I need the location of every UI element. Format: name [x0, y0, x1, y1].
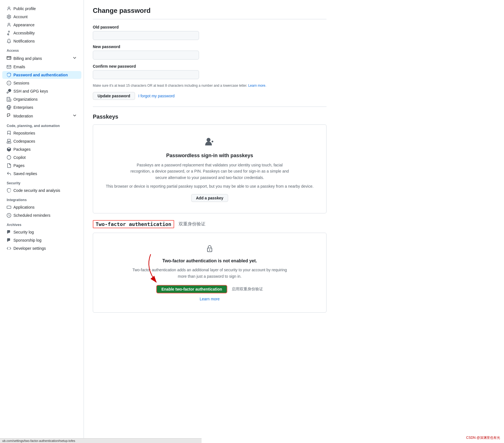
svg-point-1 [211, 140, 214, 143]
copilot-icon [7, 155, 11, 160]
sidebar-item-security-log[interactable]: Security log [2, 228, 81, 236]
sidebar-item-applications[interactable]: Applications [2, 203, 81, 211]
learn-more-link[interactable]: Learn more. [248, 84, 266, 88]
sidebar-item-label: Moderation [13, 114, 33, 118]
security-section-label: Security [0, 178, 84, 186]
tfa-card-title: Two-factor authentication is not enabled… [100, 258, 320, 263]
old-password-input[interactable] [93, 31, 199, 40]
tfa-chinese-label: 双重身份验证 [179, 221, 205, 227]
sidebar-item-moderation[interactable]: Moderation [2, 112, 81, 120]
bell-icon [7, 39, 11, 43]
svg-point-3 [209, 249, 210, 251]
sidebar-item-notifications[interactable]: Notifications [2, 37, 81, 45]
passkeys-title: Passkeys [93, 114, 326, 120]
chevron-down-icon [72, 113, 77, 119]
sidebar-item-label: Developer settings [13, 246, 46, 251]
confirm-password-group: Confirm new password [93, 64, 326, 79]
sidebar-item-label: Packages [13, 147, 30, 152]
sidebar-item-label: Repositories [13, 131, 35, 135]
mail-icon [7, 65, 11, 69]
new-password-input[interactable] [93, 51, 199, 60]
sidebar-item-label: Enterprises [13, 105, 33, 110]
svg-point-0 [207, 138, 210, 142]
sidebar-item-label: Scheduled reminders [13, 213, 50, 218]
accessibility-icon [7, 31, 11, 35]
sidebar-item-label: Pages [13, 163, 25, 168]
sidebar-item-accessibility[interactable]: Accessibility [2, 29, 81, 37]
passkeys-card: Passwordless sign-in with passkeys Passk… [93, 124, 326, 213]
sidebar-item-scheduled-reminders[interactable]: Scheduled reminders [2, 211, 81, 219]
log2-icon [7, 238, 11, 242]
sidebar-item-code-security[interactable]: Code security and analysis [2, 187, 81, 194]
sidebar-item-enterprises[interactable]: Enterprises [2, 103, 81, 111]
passkeys-card-notice: This browser or device is reporting part… [100, 184, 320, 188]
sidebar-item-developer-settings[interactable]: Developer settings [2, 244, 81, 252]
shield-icon [7, 188, 11, 193]
person-icon [7, 6, 11, 11]
sidebar-item-label: Saved replies [13, 171, 37, 176]
sidebar-item-ssh-gpg[interactable]: SSH and GPG keys [2, 87, 81, 95]
sidebar-item-label: Organizations [13, 97, 37, 102]
tfa-actions: Enable two-factor authentication 启用双重身份验… [156, 285, 263, 293]
add-passkey-button[interactable]: Add a passkey [191, 194, 228, 202]
radio-icon [7, 81, 11, 85]
sidebar-item-appearance[interactable]: Appearance [2, 21, 81, 29]
tfa-card: Two-factor authentication is not enabled… [93, 233, 326, 313]
sidebar-item-copilot[interactable]: Copilot [2, 154, 81, 161]
sidebar-item-label: Appearance [13, 23, 35, 27]
old-password-group: Old password [93, 25, 326, 40]
password-hint: Make sure it's at least 15 characters OR… [93, 84, 326, 88]
sidebar-item-public-profile[interactable]: Public profile [2, 5, 81, 13]
archives-section-label: Archives [0, 220, 84, 228]
sidebar-item-account[interactable]: Account [2, 13, 81, 21]
passkeys-card-desc: Passkeys are a password replacement that… [129, 162, 291, 181]
sidebar-item-sponsorship-log[interactable]: Sponsorship log [2, 236, 81, 244]
sidebar-item-organizations[interactable]: Organizations [2, 95, 81, 103]
old-password-label: Old password [93, 25, 326, 29]
credit-card-icon [7, 56, 11, 61]
access-section-label: Access [0, 45, 84, 54]
sidebar-item-packages[interactable]: Packages [2, 145, 81, 153]
main-content: Change password Old password New passwor… [84, 0, 335, 443]
sidebar-item-label: Password and authentication [13, 73, 68, 77]
tfa-card-desc: Two-factor authentication adds an additi… [131, 267, 288, 279]
sidebar-item-label: Applications [13, 205, 35, 209]
sidebar-item-label: Public profile [13, 6, 36, 11]
comment-icon [7, 113, 11, 119]
sidebar-item-label: Security log [13, 230, 34, 234]
sidebar-item-codespaces[interactable]: Codespaces [2, 137, 81, 145]
key-icon [7, 89, 11, 93]
sidebar-item-label: Accessibility [13, 31, 35, 35]
sidebar-item-repositories[interactable]: Repositories [2, 129, 81, 137]
sidebar-item-emails[interactable]: Emails [2, 63, 81, 71]
tfa-learn-more-link[interactable]: Learn more [200, 297, 220, 301]
sidebar-item-label: Sponsorship log [13, 238, 41, 242]
update-password-button[interactable]: Update password [93, 92, 135, 100]
codespaces-icon [7, 139, 11, 143]
sidebar-item-saved-replies[interactable]: Saved replies [2, 170, 81, 178]
passkeys-icon [100, 136, 320, 149]
repo-icon [7, 131, 11, 135]
new-password-label: New password [93, 44, 326, 49]
pages-icon [7, 163, 11, 168]
sidebar-item-label: Copilot [13, 155, 26, 160]
tfa-enable-chinese: 启用双重身份验证 [232, 287, 263, 292]
sidebar-item-billing[interactable]: Billing and plans [2, 54, 81, 63]
enable-tfa-button[interactable]: Enable two-factor authentication [156, 285, 227, 293]
chevron-down-icon [72, 56, 77, 61]
tfa-learn-more: Learn more [100, 297, 320, 301]
csdn-watermark: CSDN @深渊里也有光 [464, 435, 502, 441]
sidebar-item-label: Sessions [13, 81, 29, 85]
sidebar-item-password-auth[interactable]: Password and authentication [2, 71, 81, 79]
code-icon [7, 246, 11, 251]
code-section-label: Code, planning, and automation [0, 121, 84, 129]
sidebar-item-label: Account [13, 15, 28, 19]
passkeys-card-title: Passwordless sign-in with passkeys [100, 153, 320, 159]
confirm-password-label: Confirm new password [93, 64, 326, 69]
forgot-password-link[interactable]: I forgot my password [138, 94, 175, 98]
globe-icon [7, 105, 11, 110]
url-bar: ub.com/settings/two-factor-authenticatio… [0, 438, 202, 443]
confirm-password-input[interactable] [93, 70, 199, 79]
sidebar-item-sessions[interactable]: Sessions [2, 79, 81, 87]
sidebar-item-pages[interactable]: Pages [2, 162, 81, 169]
